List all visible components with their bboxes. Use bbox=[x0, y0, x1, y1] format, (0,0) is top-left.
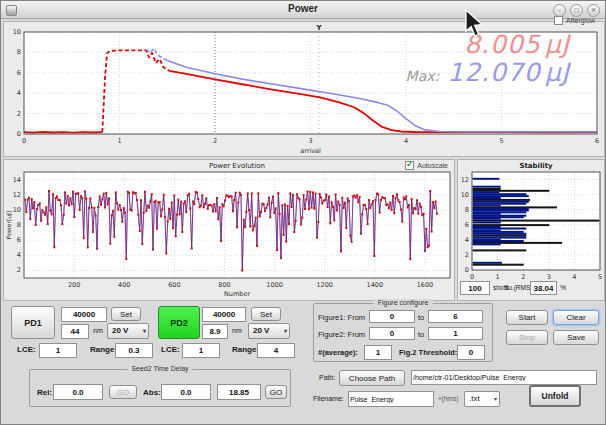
svg-text:2: 2 bbox=[17, 110, 21, 118]
to-label: to bbox=[418, 330, 424, 339]
max-energy-unit: µJ bbox=[545, 58, 570, 87]
shots-count-field[interactable] bbox=[460, 281, 490, 295]
figure1-to-field[interactable] bbox=[428, 310, 483, 323]
checkbox-icon bbox=[554, 16, 563, 25]
pd2-range-label: Range: bbox=[232, 345, 259, 354]
svg-text:0: 0 bbox=[22, 137, 26, 145]
autoscale-checkbox[interactable]: Autoscale bbox=[405, 161, 448, 170]
svg-text:10: 10 bbox=[13, 28, 21, 36]
afterglow-checkbox[interactable]: Afterglow bbox=[554, 16, 595, 25]
svg-text:6: 6 bbox=[17, 236, 21, 244]
filename-label: Filename: bbox=[313, 395, 344, 402]
svg-text:1: 1 bbox=[496, 273, 500, 280]
percent-label: % bbox=[560, 284, 566, 291]
figure1-from-field[interactable] bbox=[369, 310, 415, 323]
svg-text:0: 0 bbox=[465, 266, 469, 274]
abs-readback-field[interactable] bbox=[217, 384, 261, 400]
seed2-delay-title: Seed2 Time Delay bbox=[127, 365, 192, 372]
pd1-nm-label: nm bbox=[93, 327, 103, 334]
rel-go-button[interactable]: GO bbox=[109, 385, 137, 399]
save-button[interactable]: Save bbox=[553, 330, 599, 345]
window-title: Power bbox=[1, 3, 605, 14]
pd2-voltage-value: 20 V bbox=[253, 326, 269, 335]
pd2-gain-field[interactable] bbox=[202, 307, 246, 322]
energy-readout: 8.005µJ Max:12.070µJ bbox=[406, 32, 570, 85]
pd1-wavelength-field[interactable] bbox=[61, 324, 89, 339]
figure1-panel: 01234560246810Yarrival 8.005µJ Max:12.07… bbox=[3, 21, 605, 157]
svg-text:12: 12 bbox=[461, 176, 469, 184]
svg-text:3: 3 bbox=[547, 273, 551, 280]
rms-value-field[interactable] bbox=[530, 281, 557, 295]
chevron-down-icon: ▾ bbox=[494, 395, 497, 402]
max-label: Max: bbox=[406, 68, 440, 84]
svg-text:400: 400 bbox=[118, 281, 130, 289]
extension-dropdown[interactable]: .txt▾ bbox=[464, 391, 500, 407]
fig2-threshold-field[interactable] bbox=[457, 345, 485, 360]
clear-button[interactable]: Clear bbox=[553, 310, 599, 325]
current-energy-value: 8.005 bbox=[464, 30, 541, 59]
pd2-button[interactable]: PD2 bbox=[158, 306, 200, 339]
figure2-from-field[interactable] bbox=[369, 327, 415, 340]
rel-label: Rel: bbox=[37, 388, 52, 397]
pd1-gain-field[interactable] bbox=[61, 307, 107, 322]
pd1-range-label: Range: bbox=[90, 345, 117, 354]
svg-text:1600: 1600 bbox=[417, 281, 434, 289]
pd1-button[interactable]: PD1 bbox=[11, 306, 55, 339]
filename-field[interactable] bbox=[348, 391, 434, 407]
figure2-to-field[interactable] bbox=[428, 327, 483, 340]
svg-text:5: 5 bbox=[598, 273, 602, 280]
checkbox-checked-icon bbox=[405, 161, 414, 170]
svg-text:12: 12 bbox=[13, 191, 21, 199]
svg-text:6: 6 bbox=[465, 221, 469, 229]
stop-button[interactable]: Stop bbox=[506, 330, 548, 345]
path-label: Path: bbox=[319, 374, 335, 381]
to-label: to bbox=[418, 313, 424, 322]
pd2-nm-label: nm bbox=[232, 327, 242, 334]
path-field[interactable] bbox=[411, 370, 597, 385]
svg-text:2: 2 bbox=[17, 266, 21, 274]
evolution-panel: 20040060080010001200140016002468101214Po… bbox=[3, 159, 455, 301]
svg-text:Y: Y bbox=[316, 24, 323, 32]
svg-text:1000: 1000 bbox=[266, 281, 283, 289]
pd1-set-button[interactable]: Set bbox=[111, 307, 141, 321]
svg-text:6: 6 bbox=[595, 137, 599, 145]
chevron-down-icon: ▾ bbox=[284, 327, 287, 334]
unfold-button[interactable]: Unfold bbox=[529, 385, 581, 407]
pd2-voltage-dropdown[interactable]: 20 V▾ bbox=[248, 323, 290, 339]
svg-text:arrival: arrival bbox=[300, 147, 321, 155]
svg-text:10: 10 bbox=[13, 206, 21, 214]
pd2-set-button[interactable]: Set bbox=[251, 307, 281, 321]
pd2-range-field[interactable] bbox=[257, 343, 295, 358]
average-field[interactable] bbox=[364, 345, 392, 360]
pd1-range-field[interactable] bbox=[115, 343, 153, 358]
svg-text:800: 800 bbox=[218, 281, 230, 289]
abs-delay-field[interactable] bbox=[161, 384, 211, 400]
titlebar: Power – ▢ ✕ bbox=[1, 1, 605, 19]
svg-text:2: 2 bbox=[521, 273, 525, 280]
svg-text:2: 2 bbox=[213, 137, 217, 145]
svg-text:8: 8 bbox=[17, 48, 21, 56]
svg-text:1: 1 bbox=[117, 137, 121, 145]
svg-text:Power[uJ]: Power[uJ] bbox=[5, 211, 13, 239]
current-energy-unit: µJ bbox=[545, 30, 570, 59]
pd1-lce-field[interactable] bbox=[39, 343, 77, 358]
rel-delay-field[interactable] bbox=[53, 384, 103, 400]
stability-panel: 012345024681012Stability shots flu.(RMS)… bbox=[457, 159, 605, 301]
svg-text:0: 0 bbox=[470, 273, 474, 280]
svg-text:6: 6 bbox=[17, 69, 21, 77]
svg-text:4: 4 bbox=[465, 236, 469, 244]
start-button[interactable]: Start bbox=[506, 310, 548, 325]
svg-text:2: 2 bbox=[465, 251, 469, 259]
svg-text:1200: 1200 bbox=[316, 281, 333, 289]
svg-text:4: 4 bbox=[572, 273, 576, 280]
pd1-voltage-dropdown[interactable]: 20 V▾ bbox=[107, 323, 149, 339]
svg-text:5: 5 bbox=[499, 137, 503, 145]
svg-text:8: 8 bbox=[17, 221, 21, 229]
svg-text:4: 4 bbox=[17, 251, 21, 259]
choose-path-button[interactable]: Choose Path bbox=[339, 370, 405, 386]
svg-text:0: 0 bbox=[17, 130, 21, 138]
abs-go-button[interactable]: GO bbox=[265, 385, 287, 399]
pd2-wavelength-field[interactable] bbox=[202, 324, 228, 339]
pd2-lce-field[interactable] bbox=[182, 343, 220, 358]
autoscale-label: Autoscale bbox=[417, 162, 448, 169]
